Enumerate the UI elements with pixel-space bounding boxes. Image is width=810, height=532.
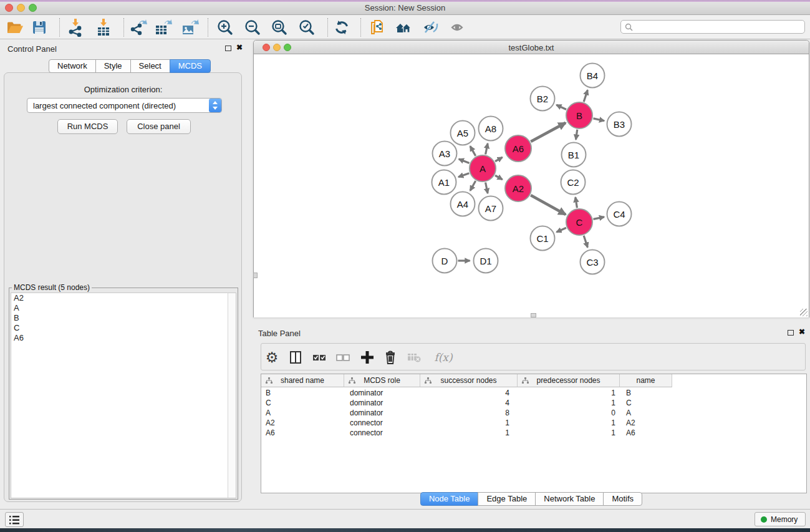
node-A5[interactable]: A5	[451, 121, 475, 145]
node-A6[interactable]: A6	[505, 135, 531, 162]
cell[interactable]: A	[620, 408, 672, 418]
node-B1[interactable]: B1	[562, 143, 586, 167]
table-row[interactable]: Cdominator41C	[261, 398, 806, 408]
run-mcds-button[interactable]: Run MCDS	[57, 119, 118, 134]
cell[interactable]: 0	[518, 408, 620, 418]
cell[interactable]: 1	[420, 428, 518, 438]
node-B4[interactable]: B4	[581, 64, 605, 88]
delete-table-icon[interactable]	[405, 348, 423, 367]
edge-C-C2[interactable]	[576, 197, 577, 208]
table-row[interactable]: A2connector11A2	[261, 418, 806, 428]
network-window-titlebar[interactable]: testGlobe.txt	[254, 41, 809, 54]
edge-B-B3[interactable]	[593, 118, 604, 121]
column-header-name[interactable]: name	[620, 374, 672, 387]
node-C1[interactable]: C1	[531, 226, 555, 251]
zoom-selected-icon[interactable]	[297, 18, 316, 37]
export-table-icon[interactable]	[153, 18, 172, 37]
mcds-result-item[interactable]: A	[11, 303, 229, 313]
cell[interactable]: A2	[620, 418, 672, 428]
function-builder-icon[interactable]: f(x)	[430, 348, 457, 367]
mcds-result-item[interactable]: C	[11, 323, 229, 333]
edge-A-A3[interactable]	[459, 159, 470, 163]
search-input[interactable]	[620, 20, 805, 34]
cell[interactable]: connector	[344, 428, 420, 438]
cell[interactable]: 8	[420, 408, 518, 418]
cell[interactable]: 1	[518, 418, 620, 428]
cell[interactable]: dominator	[344, 388, 420, 398]
cell[interactable]: B	[620, 388, 672, 398]
close-panel-icon[interactable]: ✖	[236, 43, 243, 52]
refresh-icon[interactable]	[332, 18, 351, 37]
cell[interactable]: 1	[518, 388, 620, 398]
node-D[interactable]: D	[433, 249, 457, 273]
export-network-icon[interactable]	[129, 18, 148, 37]
cell[interactable]: dominator	[344, 408, 420, 418]
edge-A-A7[interactable]	[486, 183, 488, 193]
cell[interactable]: 1	[518, 428, 620, 438]
column-header-successor-nodes[interactable]: successor nodes	[420, 374, 518, 387]
edge-B-B2[interactable]	[556, 105, 566, 109]
edge-C-C4[interactable]	[594, 217, 604, 220]
table-row[interactable]: Adominator80A	[261, 408, 806, 418]
tab-select[interactable]: Select	[130, 59, 170, 73]
panel-grip[interactable]	[253, 273, 258, 278]
zoom-fit-icon[interactable]	[270, 18, 289, 37]
export-image-icon[interactable]	[180, 18, 199, 37]
edge-A-A1[interactable]	[458, 173, 469, 177]
node-B2[interactable]: B2	[531, 87, 555, 111]
edge-A-A5[interactable]	[470, 146, 476, 156]
edge-A6-B[interactable]	[531, 123, 566, 142]
mcds-result-item[interactable]: A2	[11, 293, 229, 303]
node-C[interactable]: C	[566, 209, 592, 235]
save-session-icon[interactable]	[30, 18, 49, 37]
node-B3[interactable]: B3	[607, 112, 632, 137]
edge-A-A8[interactable]	[486, 143, 488, 154]
edge-C-C3[interactable]	[584, 236, 587, 248]
node-A[interactable]: A	[470, 155, 496, 181]
hide-selected-icon[interactable]	[421, 18, 440, 37]
column-header-MCDS-role[interactable]: MCDS role	[344, 374, 420, 387]
node-B[interactable]: B	[566, 102, 592, 128]
tab-network-table[interactable]: Network Table	[535, 492, 604, 506]
tab-motifs[interactable]: Motifs	[603, 492, 642, 506]
cell[interactable]: 4	[420, 388, 518, 398]
edge-A2-C[interactable]	[531, 195, 566, 215]
mcds-result-scrollbar[interactable]	[228, 293, 236, 498]
zoom-out-icon[interactable]	[243, 18, 262, 37]
cell[interactable]: C	[620, 398, 672, 408]
edge-A-A2[interactable]	[495, 175, 503, 180]
column-header-predecessor-nodes[interactable]: predecessor nodes	[518, 374, 620, 387]
import-table-icon[interactable]	[94, 18, 113, 37]
node-D1[interactable]: D1	[474, 249, 498, 273]
node-C4[interactable]: C4	[607, 202, 632, 226]
float-panel-icon[interactable]	[788, 330, 794, 336]
node-C3[interactable]: C3	[581, 250, 605, 274]
cell[interactable]: C	[261, 398, 344, 408]
tab-node-table[interactable]: Node Table	[420, 492, 479, 506]
cell[interactable]: A6	[261, 428, 344, 438]
close-panel-button[interactable]: Close panel	[127, 119, 191, 134]
show-columns-icon[interactable]	[286, 348, 305, 367]
edge-C-C1[interactable]	[556, 228, 566, 232]
cell[interactable]: dominator	[344, 398, 420, 408]
edge-B-B4[interactable]	[584, 90, 587, 102]
home-icon[interactable]	[394, 18, 413, 37]
table-row[interactable]: Bdominator41B	[261, 388, 806, 398]
select-all-icon[interactable]	[310, 348, 329, 367]
cell[interactable]: A	[261, 408, 344, 418]
edge-A-A6[interactable]	[495, 157, 503, 162]
node-A1[interactable]: A1	[432, 170, 456, 195]
node-A3[interactable]: A3	[433, 142, 457, 166]
node-A7[interactable]: A7	[479, 196, 503, 221]
memory-button[interactable]: Memory	[755, 512, 806, 526]
show-eye-icon[interactable]	[449, 18, 468, 37]
deselect-all-icon[interactable]	[334, 348, 352, 367]
cell[interactable]: B	[261, 388, 344, 398]
add-column-icon[interactable]	[358, 348, 377, 367]
close-panel-icon[interactable]: ✖	[799, 327, 805, 336]
node-C2[interactable]: C2	[561, 170, 586, 195]
optimization-dropdown[interactable]: largest connected component (directed)	[27, 98, 222, 113]
node-A8[interactable]: A8	[479, 117, 503, 141]
network-from-selection-icon[interactable]	[368, 18, 387, 37]
tab-mcds[interactable]: MCDS	[170, 59, 211, 73]
